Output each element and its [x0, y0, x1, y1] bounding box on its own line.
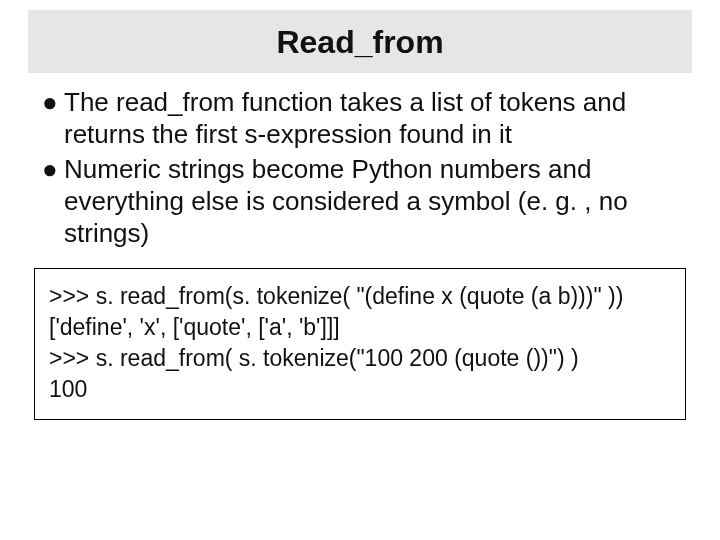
bullet-icon: ● — [40, 87, 64, 119]
code-line: >>> s. read_from(s. tokenize( "(define x… — [49, 281, 671, 312]
code-line: 100 — [49, 374, 671, 405]
code-example-box: >>> s. read_from(s. tokenize( "(define x… — [34, 268, 686, 420]
code-line: ['define', 'x', ['quote', ['a', 'b']]] — [49, 312, 671, 343]
bullet-item: ● The read_from function takes a list of… — [40, 87, 680, 150]
bullet-icon: ● — [40, 154, 64, 186]
bullet-item: ● Numeric strings become Python numbers … — [40, 154, 680, 249]
bullet-text: Numeric strings become Python numbers an… — [64, 154, 680, 249]
slide: Read_from ● The read_from function takes… — [0, 0, 720, 540]
slide-title: Read_from — [28, 24, 692, 61]
title-bar: Read_from — [28, 10, 692, 73]
code-line: >>> s. read_from( s. tokenize("100 200 (… — [49, 343, 671, 374]
bullet-text: The read_from function takes a list of t… — [64, 87, 680, 150]
bullet-list: ● The read_from function takes a list of… — [28, 87, 692, 250]
